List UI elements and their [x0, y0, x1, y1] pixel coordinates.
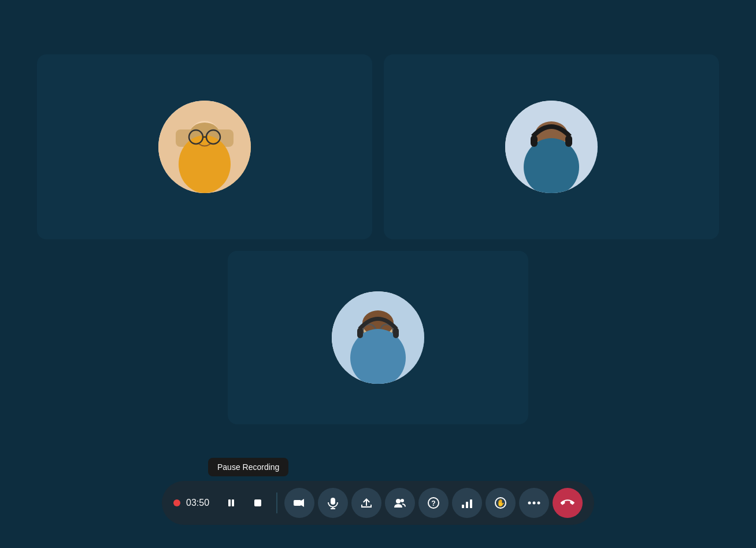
svg-rect-24	[232, 499, 234, 506]
pause-recording-tooltip: Pause Recording	[208, 458, 288, 476]
pause-button[interactable]	[221, 493, 242, 513]
svg-rect-34	[462, 505, 464, 508]
avatar-2	[505, 101, 598, 193]
toolbar-container: Pause Recording 03:50	[162, 458, 594, 525]
recording-timer: 03:50	[186, 498, 215, 508]
tooltip-text: Pause Recording	[217, 462, 279, 472]
participant-tile-3	[228, 251, 528, 424]
svg-rect-27	[331, 498, 335, 505]
svg-rect-26	[294, 500, 301, 506]
avatar-1	[158, 101, 251, 193]
svg-rect-36	[470, 499, 472, 508]
microphone-button[interactable]	[318, 488, 348, 518]
qa-button[interactable]: ?	[418, 488, 449, 518]
svg-text:?: ?	[431, 499, 435, 508]
main-toolbar: 03:50	[162, 481, 594, 525]
participant-tile-1	[37, 54, 372, 239]
svg-point-39	[528, 502, 531, 505]
recording-indicator	[173, 499, 180, 506]
svg-point-4	[179, 135, 231, 193]
avatar-3	[332, 291, 424, 384]
top-row	[37, 54, 719, 239]
stop-button[interactable]	[247, 493, 268, 513]
svg-text:✋: ✋	[496, 498, 505, 507]
svg-rect-22	[393, 328, 399, 338]
share-screen-button[interactable]	[351, 488, 381, 518]
svg-point-30	[396, 499, 401, 503]
participant-tile-2	[384, 54, 719, 239]
reactions-bar-button[interactable]	[452, 488, 482, 518]
svg-rect-25	[254, 499, 261, 506]
camera-button[interactable]	[284, 488, 314, 518]
bottom-row	[228, 251, 528, 424]
svg-point-31	[401, 499, 404, 502]
svg-rect-12	[531, 135, 538, 147]
svg-rect-23	[228, 499, 231, 506]
svg-point-40	[533, 502, 536, 505]
svg-rect-21	[357, 328, 363, 338]
svg-point-41	[538, 502, 540, 505]
svg-rect-35	[466, 502, 468, 508]
more-options-button[interactable]	[519, 488, 549, 518]
end-call-button[interactable]	[553, 488, 583, 518]
raise-hand-button[interactable]: ✋	[486, 488, 516, 518]
participants-button[interactable]	[385, 488, 415, 518]
svg-rect-13	[565, 135, 572, 147]
recording-section: 03:50	[173, 493, 277, 513]
